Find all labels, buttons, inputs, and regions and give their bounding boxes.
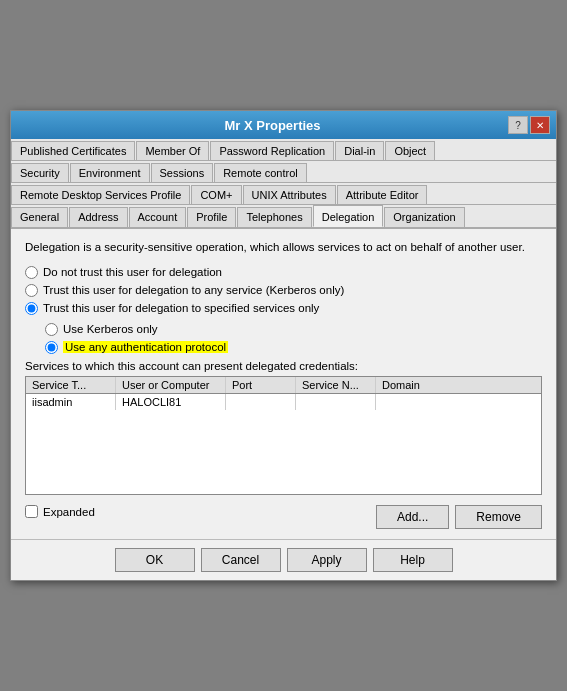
services-table: Service T... User or Computer Port Servi…: [25, 376, 542, 495]
table-row[interactable]: iisadmin HALOCLI81: [26, 394, 541, 410]
radio-trust-specified[interactable]: Trust this user for delegation to specif…: [25, 302, 542, 315]
col-user-computer: User or Computer: [116, 377, 226, 393]
cell-service-name: [296, 394, 376, 410]
tab-address[interactable]: Address: [69, 207, 127, 227]
col-service-type: Service T...: [26, 377, 116, 393]
radio-trust-specified-input[interactable]: [25, 302, 38, 315]
radio-trust-specified-label: Trust this user for delegation to specif…: [43, 302, 319, 314]
tab-remote-control[interactable]: Remote control: [214, 163, 307, 182]
radio-kerberos-label: Use Kerberos only: [63, 323, 158, 335]
title-bar-buttons: ? ✕: [508, 116, 550, 134]
tab-telephones[interactable]: Telephones: [237, 207, 311, 227]
tab-published-certificates[interactable]: Published Certificates: [11, 141, 135, 160]
apply-button[interactable]: Apply: [287, 548, 367, 572]
title-bar: Mr X Properties ? ✕: [11, 111, 556, 139]
tab-account[interactable]: Account: [129, 207, 187, 227]
tab-security[interactable]: Security: [11, 163, 69, 182]
radio-kerberos-input[interactable]: [45, 323, 58, 336]
description-text: Delegation is a security-sensitive opera…: [25, 239, 542, 255]
ok-button[interactable]: OK: [115, 548, 195, 572]
col-service-name: Service N...: [296, 377, 376, 393]
help-button[interactable]: Help: [373, 548, 453, 572]
radio-do-not-trust-label: Do not trust this user for delegation: [43, 266, 222, 278]
tab-row-4: General Address Account Profile Telephon…: [11, 205, 556, 228]
window-title: Mr X Properties: [37, 118, 508, 133]
expanded-checkbox[interactable]: [25, 505, 38, 518]
properties-window: Mr X Properties ? ✕ Published Certificat…: [10, 110, 557, 580]
radio-trust-any[interactable]: Trust this user for delegation to any se…: [25, 284, 542, 297]
tab-row-2: Security Environment Sessions Remote con…: [11, 161, 556, 183]
add-button[interactable]: Add...: [376, 505, 449, 529]
table-body: iisadmin HALOCLI81: [26, 394, 541, 494]
tabs-container: Published Certificates Member Of Passwor…: [11, 139, 556, 229]
radio-any-auth-input[interactable]: [45, 341, 58, 354]
help-icon-btn[interactable]: ?: [508, 116, 528, 134]
tab-environment[interactable]: Environment: [70, 163, 150, 182]
cell-user-computer: HALOCLI81: [116, 394, 226, 410]
tab-row-1: Published Certificates Member Of Passwor…: [11, 139, 556, 161]
close-button[interactable]: ✕: [530, 116, 550, 134]
radio-do-not-trust[interactable]: Do not trust this user for delegation: [25, 266, 542, 279]
tab-profile[interactable]: Profile: [187, 207, 236, 227]
radio-any-auth[interactable]: Use any authentication protocol: [45, 341, 542, 354]
tab-dial-in[interactable]: Dial-in: [335, 141, 384, 160]
radio-any-auth-label: Use any authentication protocol: [63, 341, 228, 353]
expanded-checkbox-label[interactable]: Expanded: [25, 505, 95, 518]
tab-attribute-editor[interactable]: Attribute Editor: [337, 185, 428, 204]
tab-com-plus[interactable]: COM+: [191, 185, 241, 204]
tab-object[interactable]: Object: [385, 141, 435, 160]
radio-do-not-trust-input[interactable]: [25, 266, 38, 279]
tab-general[interactable]: General: [11, 207, 68, 227]
col-port: Port: [226, 377, 296, 393]
tab-password-replication[interactable]: Password Replication: [210, 141, 334, 160]
sub-radio-group: Use Kerberos only Use any authentication…: [45, 323, 542, 354]
tab-unix-attributes[interactable]: UNIX Attributes: [243, 185, 336, 204]
radio-kerberos-only[interactable]: Use Kerberos only: [45, 323, 542, 336]
tab-row-3: Remote Desktop Services Profile COM+ UNI…: [11, 183, 556, 205]
cell-service-type: iisadmin: [26, 394, 116, 410]
radio-trust-any-label: Trust this user for delegation to any se…: [43, 284, 344, 296]
cell-port: [226, 394, 296, 410]
table-header: Service T... User or Computer Port Servi…: [26, 377, 541, 394]
tab-rdp-profile[interactable]: Remote Desktop Services Profile: [11, 185, 190, 204]
tab-organization[interactable]: Organization: [384, 207, 464, 227]
checkbox-buttons-row: Expanded Add... Remove: [25, 503, 542, 529]
main-radio-group: Do not trust this user for delegation Tr…: [25, 266, 542, 315]
tab-delegation[interactable]: Delegation: [313, 205, 384, 227]
services-label: Services to which this account can prese…: [25, 360, 542, 372]
table-action-buttons: Add... Remove: [376, 505, 542, 529]
expanded-label: Expanded: [43, 506, 95, 518]
cell-domain: [376, 394, 456, 410]
tab-sessions[interactable]: Sessions: [151, 163, 214, 182]
col-domain: Domain: [376, 377, 456, 393]
remove-button[interactable]: Remove: [455, 505, 542, 529]
bottom-buttons: OK Cancel Apply Help: [11, 539, 556, 580]
tab-member-of[interactable]: Member Of: [136, 141, 209, 160]
radio-trust-any-input[interactable]: [25, 284, 38, 297]
cancel-button[interactable]: Cancel: [201, 548, 281, 572]
content-area: Delegation is a security-sensitive opera…: [11, 229, 556, 538]
